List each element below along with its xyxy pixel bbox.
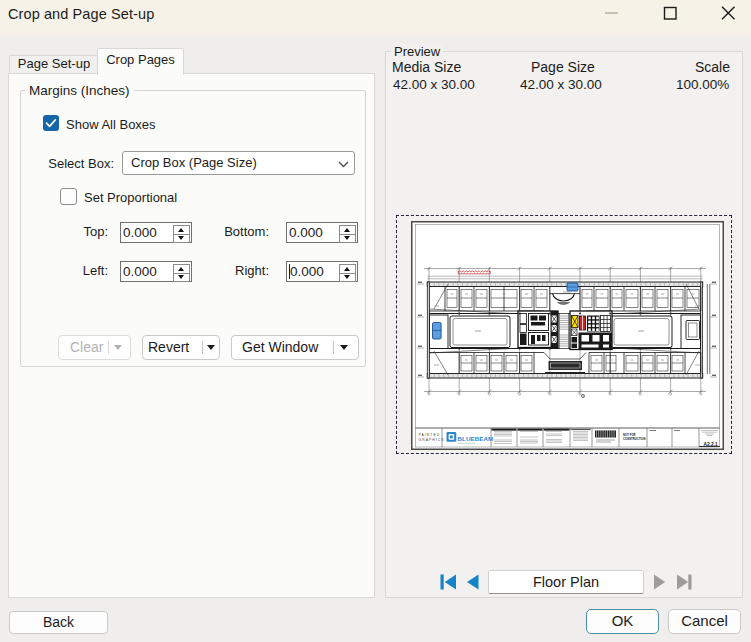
svg-text:BLUEBEAM: BLUEBEAM <box>458 435 494 442</box>
svg-text:A2.2.1: A2.2.1 <box>704 442 718 447</box>
svg-text:GRAPHICS: GRAPHICS <box>419 438 445 442</box>
svg-text:PAINTED: PAINTED <box>419 433 441 437</box>
svg-text:CONSTRUCTION: CONSTRUCTION <box>623 437 646 441</box>
